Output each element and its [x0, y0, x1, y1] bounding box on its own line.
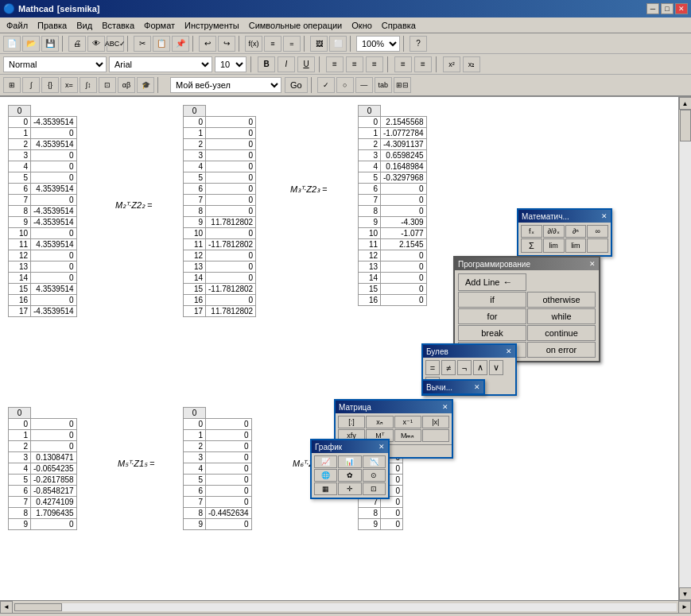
save-button[interactable]: 💾	[41, 36, 59, 52]
math-btn-3[interactable]: {}	[41, 77, 59, 93]
menu-help[interactable]: Справка	[377, 19, 421, 32]
math-inf-btn[interactable]: ∞	[587, 225, 608, 238]
spell-button[interactable]: ABC✓	[107, 36, 124, 52]
scroll-track[interactable]	[680, 110, 691, 587]
find-button[interactable]: f(x)	[245, 36, 262, 52]
bulev-and[interactable]: ∧	[473, 360, 487, 375]
vychis-title[interactable]: Вычи... ✕	[423, 381, 483, 393]
print-button[interactable]: 🖨	[68, 36, 86, 52]
grafik-btn6[interactable]: ⊙	[363, 469, 386, 482]
subscript-button[interactable]: x₂	[463, 56, 480, 72]
close-button[interactable]: ✕	[675, 3, 688, 14]
cut-button[interactable]: ✂	[134, 36, 151, 52]
math-check[interactable]: ✓	[317, 77, 335, 93]
calc-button[interactable]: =	[283, 36, 301, 52]
scroll-up-button[interactable]: ▲	[679, 97, 692, 110]
bulev-or[interactable]: ∨	[489, 360, 503, 375]
align-right-button[interactable]: ≡	[366, 56, 383, 72]
vychis-close[interactable]: ✕	[474, 383, 480, 391]
insert-pic-button[interactable]: 🖼	[310, 36, 328, 52]
matematica-close[interactable]: ✕	[601, 212, 608, 220]
prog-close[interactable]: ✕	[589, 260, 596, 268]
menu-format[interactable]: Формат	[139, 19, 180, 32]
scroll-left-button[interactable]: ◄	[0, 601, 13, 614]
continue-button[interactable]: continue	[527, 325, 596, 341]
if-button[interactable]: if	[458, 292, 526, 308]
grafik-btn4[interactable]: 🌐	[314, 469, 337, 482]
grafik-title[interactable]: График ✕	[312, 440, 388, 453]
list-button[interactable]: ≡	[394, 56, 412, 72]
content-area[interactable]: M₁ᵀ·Z1 = 0 0-4.3539514 10 24.3539514 30 …	[0, 97, 678, 600]
grafik-close[interactable]: ✕	[378, 443, 385, 451]
grafik-btn9[interactable]: ⊡	[363, 482, 386, 495]
bulev-eq[interactable]: =	[425, 360, 440, 375]
addline-button[interactable]: Add Line ←	[458, 273, 526, 291]
math-btn-5[interactable]: ∫↕	[80, 77, 97, 93]
bold-button[interactable]: B	[258, 56, 275, 72]
matrix-colon-btn[interactable]: [:]	[338, 416, 365, 428]
math-lim1-btn[interactable]: lim	[543, 238, 565, 253]
style-select[interactable]: Normal	[3, 56, 107, 72]
onerror-button[interactable]: on error	[527, 342, 596, 358]
font-select[interactable]: Arial	[109, 56, 212, 72]
math-btn-6[interactable]: ⊡	[99, 77, 116, 93]
math-table[interactable]: ⊞⊟	[394, 77, 411, 93]
bulev-not[interactable]: ¬	[457, 360, 472, 375]
preview-button[interactable]: 👁	[87, 36, 105, 52]
undo-button[interactable]: ↩	[199, 36, 216, 52]
menu-file[interactable]: Файл	[2, 19, 33, 32]
bulev-close[interactable]: ✕	[506, 347, 512, 355]
replace-button[interactable]: ≡	[264, 36, 281, 52]
help-button[interactable]: ?	[410, 36, 427, 52]
menu-tools[interactable]: Инструменты	[180, 19, 244, 32]
paste-button[interactable]: 📌	[172, 36, 189, 52]
scroll-thumb[interactable]	[680, 110, 691, 141]
matrix-xn-btn[interactable]: xₙ	[366, 416, 393, 428]
maximize-button[interactable]: □	[661, 3, 674, 14]
go-button[interactable]: Go	[285, 77, 308, 93]
math-lim2-btn[interactable]: lim	[565, 238, 587, 253]
for-button[interactable]: for	[458, 308, 526, 324]
grafik-btn8[interactable]: ✛	[338, 482, 361, 495]
math-btn-4[interactable]: x=	[60, 77, 78, 93]
grafik-btn3[interactable]: 📉	[363, 455, 386, 468]
scroll-right-button[interactable]: ►	[678, 601, 691, 614]
menu-window[interactable]: Окно	[347, 19, 377, 32]
open-button[interactable]: 📂	[22, 36, 40, 52]
prog-title[interactable]: Программирование ✕	[455, 258, 599, 270]
zoom-select[interactable]: 100% 75% 150%	[356, 36, 400, 52]
redo-button[interactable]: ↪	[218, 36, 235, 52]
math-btn-7[interactable]: αβ	[118, 77, 135, 93]
new-button[interactable]: 📄	[3, 36, 21, 52]
bulev-neq[interactable]: ≠	[441, 360, 456, 375]
insert-btn2[interactable]: ⬜	[329, 36, 347, 52]
matrix-mn-btn[interactable]: Mₘₙ	[394, 429, 421, 442]
matrix-inv-btn[interactable]: x⁻¹	[394, 416, 421, 428]
align-left-button[interactable]: ≡	[326, 56, 344, 72]
math-btn-8[interactable]: 🎓	[137, 77, 154, 93]
while-button[interactable]: while	[527, 308, 596, 324]
math-nth-btn[interactable]: ∂ⁿ	[565, 225, 587, 238]
web-url-select[interactable]: Мой веб-узел	[170, 77, 281, 93]
scroll-horizontal-thumb[interactable]	[14, 603, 62, 611]
math-radio[interactable]: ○	[336, 77, 354, 93]
italic-button[interactable]: I	[278, 56, 295, 72]
math-extra-btn[interactable]	[587, 238, 608, 253]
menu-edit[interactable]: Правка	[33, 19, 72, 32]
otherwise-button[interactable]: otherwise	[527, 292, 596, 308]
align-center-button[interactable]: ≡	[346, 56, 363, 72]
math-dash[interactable]: —	[355, 77, 373, 93]
grafik-btn1[interactable]: 📈	[314, 455, 337, 468]
superscript-button[interactable]: x²	[443, 56, 460, 72]
math-btn-2[interactable]: ∫	[22, 77, 40, 93]
matrix-extra2-btn[interactable]	[422, 429, 449, 442]
bulev-title[interactable]: Булев ✕	[423, 345, 515, 358]
matematica-title[interactable]: Математич... ✕	[518, 210, 611, 223]
numlist-button[interactable]: ≡	[414, 56, 432, 72]
minimize-button[interactable]: ─	[646, 3, 659, 14]
scrollbar-vertical[interactable]: ▲ ▼	[678, 97, 691, 600]
scroll-down-button[interactable]: ▼	[679, 587, 692, 600]
matrix-panel-close[interactable]: ✕	[442, 403, 448, 411]
size-select[interactable]: 10	[215, 56, 247, 72]
grafik-btn7[interactable]: ▦	[314, 482, 337, 495]
